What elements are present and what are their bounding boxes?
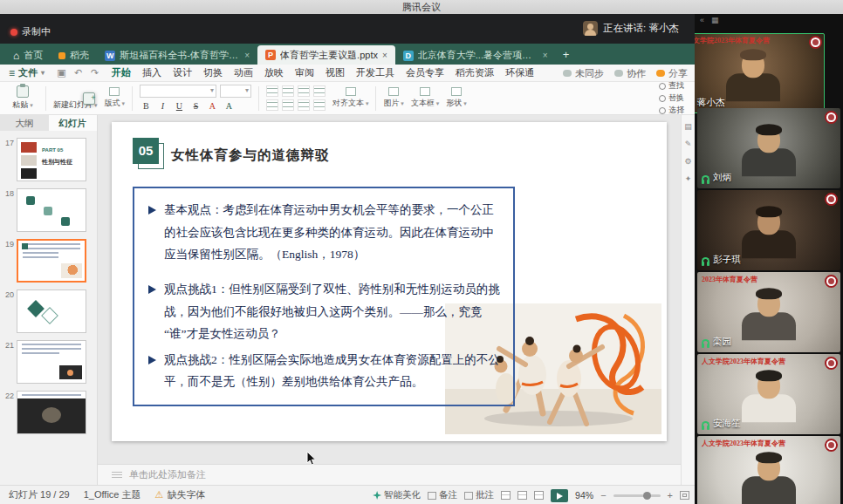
zoom-out-button[interactable]: − [600, 490, 606, 501]
thumbnail-row[interactable]: 21 [0, 340, 93, 384]
menu-item-devtools[interactable]: 开发工具 [356, 66, 394, 79]
find-button[interactable]: 查找 [659, 80, 684, 92]
new-slide-button[interactable]: 新建幻灯片 [53, 84, 97, 113]
notes-button[interactable]: 备注 [428, 489, 457, 501]
menu-item-design[interactable]: 设计 [173, 66, 192, 79]
bullet-list-icon[interactable] [266, 85, 278, 97]
collaborate-button[interactable]: 协作 [614, 67, 646, 80]
slide-bullet-1[interactable]: 基本观点：考虑到在体育运动中男女机会平等的要求，一个公正的社会应该包含比现在更多… [147, 199, 501, 266]
close-tab-icon[interactable] [543, 51, 548, 60]
notes-bar[interactable]: 单击此处添加备注 [98, 464, 681, 485]
slide-sorter-icon[interactable] [517, 491, 527, 500]
underline-button[interactable]: U [173, 100, 186, 112]
paste-button[interactable]: 粘贴 [7, 84, 38, 113]
close-tab-icon[interactable] [382, 51, 387, 60]
reading-view-icon[interactable] [534, 491, 544, 500]
beautify-button[interactable]: 智能美化 [373, 489, 421, 501]
menu-item-animation[interactable]: 动画 [234, 66, 253, 79]
menu-item-docer-res[interactable]: 稻壳资源 [456, 66, 494, 79]
menu-item-view[interactable]: 视图 [326, 66, 345, 79]
justify-icon[interactable] [313, 99, 326, 111]
slide-bullet-2[interactable]: 观点挑战1：但性别区隔受到了双性、跨性别和无性别运动员的挑战，因为他们不能很好地… [147, 278, 501, 345]
settings-icon[interactable]: ⚙ [684, 157, 691, 166]
menu-item-slideshow[interactable]: 放映 [264, 66, 284, 79]
align-right-icon[interactable] [298, 99, 310, 111]
shape-button[interactable]: 形状 [446, 87, 466, 109]
theme-name[interactable]: 1_Office 主题 [84, 488, 141, 501]
thumbnail-row[interactable]: 20 [0, 289, 93, 333]
align-center-icon[interactable] [282, 99, 294, 111]
play-slideshow-button[interactable] [551, 489, 568, 502]
menu-item-transition[interactable]: 切换 [203, 66, 223, 79]
participant-tile[interactable]: 人文学院2023年体育夏令营 [697, 436, 840, 504]
menu-file[interactable]: 文件 [9, 66, 45, 79]
slide-thumbnail-22[interactable] [17, 391, 86, 434]
doc-tab-stanford[interactable]: 斯坦福百科全书-体育哲学.docx [97, 46, 257, 65]
comments-button[interactable]: 批注 [464, 489, 494, 501]
zoom-slider-knob[interactable] [643, 492, 651, 500]
participant-tile[interactable]: 人文学院2023年体育夏令营 蒋小杰 [695, 33, 825, 113]
align-left-icon[interactable] [266, 99, 278, 111]
highlight-button[interactable]: A [223, 100, 236, 112]
new-tab-button[interactable] [556, 45, 577, 65]
layout-switch-icon[interactable] [711, 16, 719, 24]
slide-textbox[interactable]: 基本观点：考虑到在体育运动中男女机会平等的要求，一个公正的社会应该包含比现在更多… [133, 187, 515, 406]
participant-tile[interactable]: 2023年体育夏令营 栾园 [697, 272, 840, 352]
menu-item-review[interactable]: 审阅 [295, 66, 314, 79]
properties-icon[interactable]: ▤ [684, 122, 692, 131]
menu-item-insert[interactable]: 插入 [142, 66, 161, 79]
effects-icon[interactable]: ✦ [685, 174, 692, 183]
slide-title[interactable]: 女性体育参与的道德辩驳 [171, 146, 330, 165]
redo-icon[interactable] [89, 67, 100, 78]
textbox-button[interactable]: 文本框 [411, 87, 439, 109]
menu-item-plugin[interactable]: 环保通 [505, 66, 534, 79]
thumbnail-row[interactable]: 18 [0, 188, 93, 232]
slide-thumbnail-18[interactable] [17, 188, 86, 232]
edit-icon[interactable]: ✎ [685, 140, 692, 148]
doc-tab-active-pptx[interactable]: 体育哲学主要议题.pptx [257, 45, 395, 65]
font-size-select[interactable] [220, 85, 251, 98]
bold-button[interactable]: B [140, 100, 153, 112]
menu-item-member[interactable]: 会员专享 [406, 66, 444, 79]
menu-item-home[interactable]: 开始 [112, 66, 131, 79]
zoom-in-button[interactable]: + [668, 490, 673, 501]
fit-slide-button[interactable] [680, 491, 689, 500]
participant-tile[interactable]: 人文学院2023年体育夏令营 安海笙 [697, 354, 840, 434]
normal-view-icon[interactable] [501, 491, 511, 500]
italic-button[interactable]: I [156, 100, 169, 112]
undo-icon[interactable] [72, 67, 84, 78]
tab-docer[interactable]: 稻壳 [51, 46, 97, 65]
current-slide[interactable]: 05 女性体育参与的道德辩驳 [112, 122, 667, 441]
slide-thumbnail-17[interactable]: PART 05 性别与性征 [17, 138, 86, 181]
tab-outline[interactable]: 大纲 [0, 115, 49, 131]
line-spacing-icon[interactable] [313, 85, 326, 97]
thumbnail-row[interactable]: 17 PART 05 性别与性征 [0, 138, 93, 181]
share-button[interactable]: 分享 [656, 67, 688, 80]
doc-tab-bsu[interactable]: 北京体育大学...暑令营项目档案 [395, 46, 556, 65]
slide-thumbnail-19-selected[interactable] [17, 239, 86, 283]
slide-bullet-3[interactable]: 观点挑战2：性别区隔会实际地造成男女在体育资源配置上的不公平，而不是无（性别）差… [147, 349, 501, 393]
slide-thumbnail-21[interactable] [17, 340, 86, 384]
indent-icon[interactable] [298, 85, 310, 97]
participant-tile[interactable]: 彭子琪 [697, 190, 840, 270]
zoom-slider[interactable] [613, 494, 661, 497]
font-name-select[interactable] [140, 85, 216, 98]
tab-home[interactable]: 首页 [5, 46, 51, 65]
participant-tile[interactable]: 刘炳 [697, 108, 840, 188]
picture-button[interactable]: 图片 [383, 87, 403, 109]
align-text-button[interactable]: 对齐文本 [332, 87, 368, 109]
numbered-list-icon[interactable] [282, 85, 294, 97]
collapse-panel-icon[interactable] [700, 16, 704, 24]
save-icon[interactable] [56, 67, 67, 78]
font-color-button[interactable]: A [206, 100, 219, 112]
replace-button[interactable]: 替换 [659, 92, 684, 104]
slide-editing-canvas[interactable]: 05 女性体育参与的道德辩驳 [98, 115, 681, 485]
slide-thumbnail-20[interactable] [17, 289, 86, 333]
strikethrough-button[interactable]: S [189, 100, 202, 112]
thumbnail-row[interactable]: 22 [0, 391, 93, 434]
sync-status[interactable]: 未同步 [563, 67, 604, 80]
missing-font-warning[interactable]: 缺失字体 [155, 488, 206, 501]
close-tab-icon[interactable] [244, 51, 250, 60]
tab-slides[interactable]: 幻灯片 [49, 115, 98, 131]
thumbnail-row[interactable]: 19 [0, 239, 93, 283]
